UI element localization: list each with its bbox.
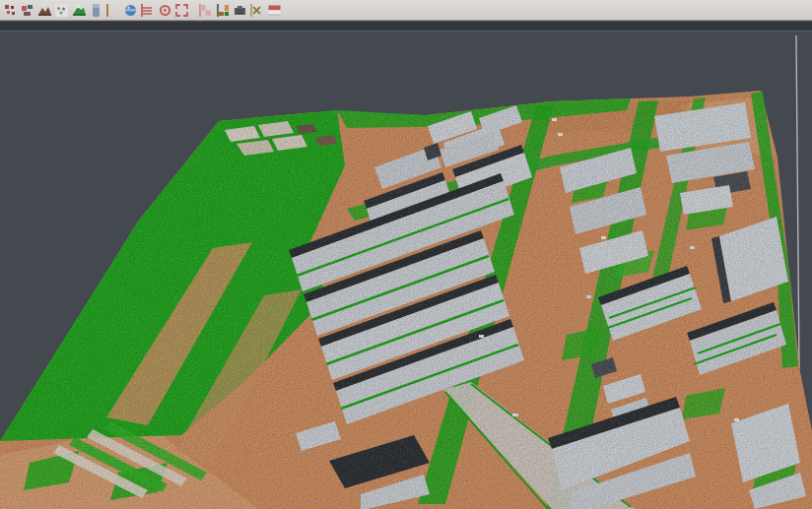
grid-overlay-icon[interactable] xyxy=(199,4,212,17)
profile-view-icon[interactable] xyxy=(90,4,102,17)
distant-edge-line xyxy=(796,35,799,368)
main-toolbar xyxy=(0,0,812,21)
viewport-top-highlight xyxy=(0,31,812,32)
zoom-extents-icon[interactable] xyxy=(175,4,188,17)
globe-view-icon[interactable] xyxy=(124,4,137,17)
viewport-3d[interactable] xyxy=(0,0,812,509)
flag-markers-icon[interactable] xyxy=(268,4,281,17)
viewport-top-shadow xyxy=(0,22,812,31)
scene-svg xyxy=(0,0,812,509)
classify-points-icon[interactable] xyxy=(22,4,34,17)
orthophoto-icon[interactable] xyxy=(106,4,119,17)
sample-points-icon[interactable] xyxy=(55,4,68,17)
target-select-icon[interactable] xyxy=(159,4,171,17)
surface-model-icon[interactable] xyxy=(73,4,86,17)
camera-view-icon[interactable] xyxy=(234,4,246,17)
measure-tool-icon[interactable] xyxy=(250,4,263,17)
terrain-model-icon[interactable] xyxy=(38,4,51,17)
layer-list-icon[interactable] xyxy=(141,4,154,17)
pointcloud-noise-light xyxy=(0,24,812,509)
points-scatter-icon[interactable] xyxy=(4,4,17,17)
classification-palette-icon[interactable] xyxy=(217,4,230,17)
application-window xyxy=(0,0,812,509)
